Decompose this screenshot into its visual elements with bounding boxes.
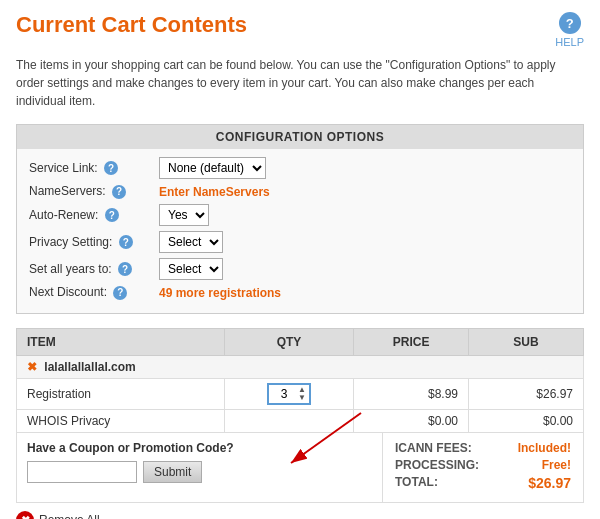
- remove-all-row: ✖ Remove All: [16, 511, 584, 519]
- service-link-select[interactable]: None (default): [159, 157, 266, 179]
- autorenew-help-icon[interactable]: ?: [105, 208, 119, 222]
- config-label-autorenew: Auto-Renew: ?: [29, 208, 159, 223]
- config-label-nameservers: NameServers: ?: [29, 184, 159, 199]
- remove-all-icon: ✖: [16, 511, 34, 519]
- coupon-submit-button[interactable]: Submit: [143, 461, 202, 483]
- icann-label: ICANN FEES:: [395, 441, 472, 455]
- qty-input[interactable]: [272, 387, 296, 401]
- whois-sub: $0.00: [469, 410, 584, 433]
- config-label-set-years: Set all years to: ?: [29, 262, 159, 277]
- config-label-next-discount: Next Discount: ?: [29, 285, 159, 300]
- config-title: CONFIGURATION OPTIONS: [17, 125, 583, 149]
- help-label: HELP: [555, 36, 584, 48]
- help-button[interactable]: ? HELP: [555, 12, 584, 48]
- bottom-section: Have a Coupon or Promotion Code? Submit …: [16, 433, 584, 503]
- config-row-privacy: Privacy Setting: ? Select: [29, 231, 571, 253]
- registration-item-label: Registration: [17, 379, 225, 410]
- config-value-set-years: Select: [159, 258, 223, 280]
- totals-row-icann: ICANN FEES: Included!: [395, 441, 571, 455]
- coupon-input-row: Submit: [27, 461, 372, 483]
- col-item: ITEM: [17, 329, 225, 356]
- set-years-select[interactable]: Select: [159, 258, 223, 280]
- remove-all-label: Remove All: [39, 513, 100, 519]
- total-label: TOTAL:: [395, 475, 438, 491]
- cart-whois-row: WHOIS Privacy $0.00 $0.00: [17, 410, 584, 433]
- page-title: Current Cart Contents: [16, 12, 247, 38]
- processing-value: Free!: [542, 458, 571, 472]
- qty-spinner: ▲ ▼: [298, 386, 306, 402]
- registration-price: $8.99: [354, 379, 469, 410]
- coupon-input[interactable]: [27, 461, 137, 483]
- whois-qty-cell: [224, 410, 353, 433]
- whois-item-label: WHOIS Privacy: [17, 410, 225, 433]
- config-rows: Service Link: ? None (default) NameServe…: [17, 149, 583, 313]
- set-years-help-icon[interactable]: ?: [118, 262, 132, 276]
- config-row-autorenew: Auto-Renew: ? Yes No: [29, 204, 571, 226]
- config-value-next-discount: 49 more registrations: [159, 285, 281, 300]
- config-row-next-discount: Next Discount: ? 49 more registrations: [29, 285, 571, 300]
- processing-label: PROCESSING:: [395, 458, 479, 472]
- autorenew-select[interactable]: Yes No: [159, 204, 209, 226]
- config-value-service-link: None (default): [159, 157, 266, 179]
- intro-text: The items in your shopping cart can be f…: [16, 56, 584, 110]
- domain-link[interactable]: lalallallallal.com: [44, 360, 135, 374]
- config-row-service-link: Service Link: ? None (default): [29, 157, 571, 179]
- qty-down-arrow[interactable]: ▼: [298, 394, 306, 402]
- col-qty: QTY: [224, 329, 353, 356]
- config-label-service-link: Service Link: ?: [29, 161, 159, 176]
- icann-value: Included!: [518, 441, 571, 455]
- cart-table: ITEM QTY PRICE SUB ✖ lalallallallal.com …: [16, 328, 584, 433]
- config-value-privacy: Select: [159, 231, 223, 253]
- cart-domain-row: ✖ lalallallallal.com: [17, 356, 584, 379]
- total-value: $26.97: [528, 475, 571, 491]
- col-sub: SUB: [469, 329, 584, 356]
- col-price: PRICE: [354, 329, 469, 356]
- qty-input-wrap: ▲ ▼: [267, 383, 311, 405]
- domain-icon: ✖: [27, 360, 37, 374]
- nameservers-help-icon[interactable]: ?: [112, 185, 126, 199]
- help-icon: ?: [559, 12, 581, 34]
- config-value-autorenew: Yes No: [159, 204, 209, 226]
- totals-row-total: TOTAL: $26.97: [395, 475, 571, 491]
- totals-row-processing: PROCESSING: Free!: [395, 458, 571, 472]
- privacy-select[interactable]: Select: [159, 231, 223, 253]
- coupon-title: Have a Coupon or Promotion Code?: [27, 441, 372, 455]
- privacy-help-icon[interactable]: ?: [119, 235, 133, 249]
- config-options-box: CONFIGURATION OPTIONS Service Link: ? No…: [16, 124, 584, 314]
- enter-nameservers-link[interactable]: Enter NameServers: [159, 185, 270, 199]
- cart-registration-row: Registration ▲ ▼ $8.99 $26.97: [17, 379, 584, 410]
- config-row-nameservers: NameServers: ? Enter NameServers: [29, 184, 571, 199]
- registration-sub: $26.97: [469, 379, 584, 410]
- config-value-nameservers: Enter NameServers: [159, 184, 270, 199]
- next-discount-help-icon[interactable]: ?: [113, 286, 127, 300]
- next-discount-link[interactable]: 49 more registrations: [159, 286, 281, 300]
- service-link-help-icon[interactable]: ?: [104, 161, 118, 175]
- totals-area: ICANN FEES: Included! PROCESSING: Free! …: [383, 433, 583, 502]
- registration-qty-cell: ▲ ▼: [224, 379, 353, 410]
- config-row-set-years: Set all years to: ? Select: [29, 258, 571, 280]
- config-label-privacy: Privacy Setting: ?: [29, 235, 159, 250]
- whois-price: $0.00: [354, 410, 469, 433]
- coupon-area: Have a Coupon or Promotion Code? Submit: [17, 433, 383, 502]
- remove-all-button[interactable]: ✖ Remove All: [16, 511, 100, 519]
